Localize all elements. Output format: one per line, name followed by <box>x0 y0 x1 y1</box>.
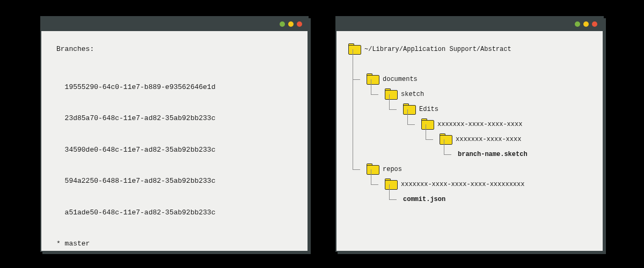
tree-row: branch-name.sketch <box>348 147 591 162</box>
folder-icon <box>385 90 397 99</box>
minimize-icon[interactable] <box>575 21 580 27</box>
tree-row: commit.json <box>348 192 591 207</box>
branches-heading: Branches: <box>56 44 292 55</box>
tree-label: xxxxxxx-xxxx-xxxx <box>456 136 521 143</box>
titlebar <box>336 17 603 31</box>
tree-label: documents <box>383 76 418 83</box>
folder-icon <box>440 135 451 144</box>
filetree-content: ~/Library/Application Support/Abstract d… <box>336 31 603 218</box>
branch-item: a51ade50-648c-11e7-ad82-35ab92bb233c <box>56 207 292 218</box>
tree-row: xxxxxxx-xxxx-xxxx-xxxx <box>348 117 591 132</box>
terminal-content: Branches: 19555290-64c0-11e7-b889-e93562… <box>41 31 308 268</box>
close-icon[interactable] <box>297 21 302 27</box>
folder-icon <box>367 165 378 174</box>
folder-icon <box>403 105 415 114</box>
folder-icon <box>348 45 360 54</box>
tree-row: xxxxxxx-xxxx-xxxx <box>348 132 591 147</box>
tree-label: sketch <box>401 91 424 98</box>
titlebar <box>41 17 308 31</box>
maximize-icon[interactable] <box>583 21 589 27</box>
tree-row: documents <box>348 72 591 87</box>
folder-icon <box>421 120 433 129</box>
branch-item: 23d85a70-648c-11e7-ad82-35ab92bb233c <box>56 113 292 124</box>
tree-file-label: branch-name.sketch <box>458 151 528 158</box>
branch-item: 34590de0-648c-11e7-ad82-35ab92bb233c <box>56 145 292 155</box>
maximize-icon[interactable] <box>288 21 294 27</box>
tree-row: Edits <box>348 102 591 117</box>
tree-label: ~/Library/Application Support/Abstract <box>364 46 511 53</box>
folder-icon <box>385 180 397 189</box>
tree-file-label: commit.json <box>403 196 445 203</box>
tree-row: repos <box>348 162 591 177</box>
branch-list: 19555290-64c0-11e7-b889-e93562646e1d 23d… <box>56 61 292 269</box>
branch-item: 19555290-64c0-11e7-b889-e93562646e1d <box>56 82 292 93</box>
folder-icon <box>367 75 378 84</box>
tree-row: sketch <box>348 87 591 102</box>
tree-label: xxxxxxx-xxxx-xxxx-xxxx <box>437 121 522 128</box>
tree-label: xxxxxxx-xxxx-xxxx-xxxx-xxxxxxxxx <box>401 181 524 188</box>
tree-label: Edits <box>419 106 438 113</box>
tree-row-root: ~/Library/Application Support/Abstract <box>348 42 591 57</box>
close-icon[interactable] <box>592 21 597 27</box>
terminal-window: Branches: 19555290-64c0-11e7-b889-e93562… <box>40 16 309 252</box>
tree-row: xxxxxxx-xxxx-xxxx-xxxx-xxxxxxxxx <box>348 177 591 192</box>
tree-vspace <box>348 57 591 72</box>
tree-label: repos <box>383 166 402 173</box>
filetree-window: ~/Library/Application Support/Abstract d… <box>335 16 604 252</box>
minimize-icon[interactable] <box>280 21 285 27</box>
branch-item-active: master <box>56 239 292 249</box>
branch-item: 594a2250-6488-11e7-ad82-35ab92bb233c <box>56 176 292 187</box>
